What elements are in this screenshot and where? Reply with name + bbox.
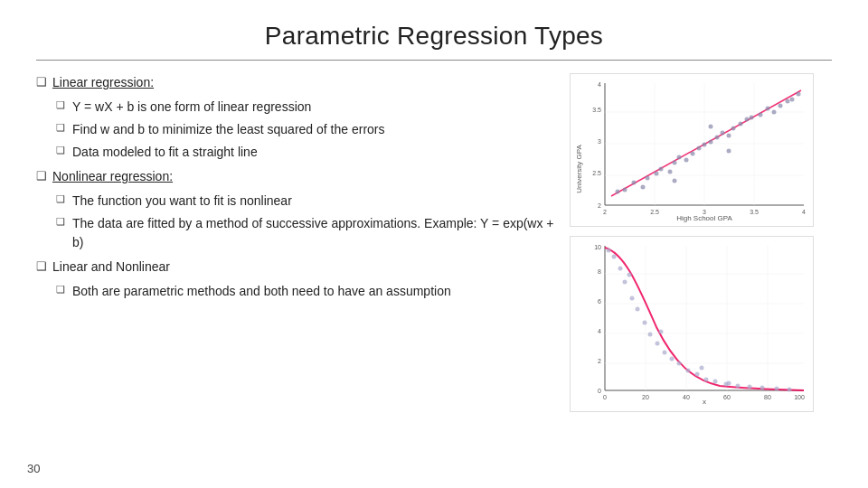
- svg-point-46: [778, 104, 783, 108]
- bullet-nonlinear-sub2: ❑ The data are fitted by a method of suc…: [56, 214, 555, 252]
- svg-point-86: [670, 357, 675, 361]
- svg-text:University GPA: University GPA: [575, 145, 583, 193]
- svg-point-26: [655, 172, 659, 176]
- svg-point-51: [709, 125, 713, 129]
- svg-point-79: [623, 280, 627, 285]
- svg-point-80: [630, 296, 635, 301]
- bullet-linear-regression: ❑ Linear regression:: [36, 73, 555, 92]
- svg-point-34: [703, 143, 707, 147]
- page-number: 30: [27, 462, 40, 475]
- bullet-linear-nonlinear-text: Linear and Nonlinear: [52, 258, 170, 277]
- svg-point-87: [677, 361, 682, 366]
- svg-point-88: [686, 369, 691, 373]
- svg-point-42: [750, 116, 754, 120]
- bullet-nonlinear-sub1: ❑ The function you want to fit is nonlin…: [56, 192, 555, 211]
- svg-point-90: [704, 378, 709, 382]
- bullet-icon-2: ❑: [36, 169, 52, 183]
- svg-point-30: [677, 155, 682, 160]
- svg-text:8: 8: [598, 268, 601, 275]
- svg-text:0: 0: [603, 394, 607, 400]
- svg-point-91: [713, 380, 718, 384]
- bullet-linear-sub2-text: Find w and b to minimize the least squar…: [72, 120, 385, 139]
- svg-point-83: [648, 333, 653, 337]
- svg-point-38: [727, 134, 731, 138]
- svg-text:10: 10: [594, 244, 601, 250]
- images-area: University GPA High School GPA 2 2.5 3 3…: [570, 73, 832, 412]
- svg-text:20: 20: [642, 394, 649, 400]
- svg-point-101: [727, 381, 731, 386]
- bullet-linear-regression-text: Linear regression:: [52, 73, 154, 92]
- svg-point-47: [786, 99, 790, 104]
- svg-point-99: [659, 330, 664, 334]
- svg-point-44: [766, 107, 770, 111]
- svg-point-27: [659, 167, 664, 172]
- bullet-linear-sub3-text: Data modeled to fit a straight line: [72, 143, 258, 162]
- svg-text:x: x: [703, 398, 706, 406]
- bullet-icon-1b: ❑: [56, 122, 72, 134]
- bullet-nonlinear-regression: ❑ Nonlinear regression:: [36, 167, 555, 186]
- svg-point-23: [632, 181, 637, 185]
- svg-point-49: [797, 92, 801, 97]
- bullet-linear-sub1: ❑ Y = wX + b is one form of linear regre…: [56, 98, 555, 117]
- svg-point-93: [736, 384, 741, 389]
- svg-point-96: [775, 387, 779, 391]
- svg-text:3: 3: [703, 209, 706, 215]
- svg-point-22: [623, 188, 627, 192]
- svg-point-77: [612, 255, 617, 259]
- svg-point-50: [673, 179, 677, 183]
- svg-point-76: [607, 249, 611, 253]
- svg-point-95: [760, 386, 765, 390]
- bullet-linear-sub3: ❑ Data modeled to fit a straight line: [56, 143, 555, 162]
- chart2-svg: x 0 2 4 6 8 10 0 20 40 60 80 100: [571, 237, 815, 413]
- svg-point-37: [721, 131, 725, 136]
- svg-point-28: [668, 170, 673, 174]
- svg-text:3.5: 3.5: [592, 107, 601, 113]
- svg-text:0: 0: [598, 388, 601, 394]
- bullet-linear-nonlinear-sub1-text: Both are parametric methods and both nee…: [72, 282, 451, 301]
- text-area: ❑ Linear regression: ❑ Y = wX + b is one…: [36, 73, 555, 412]
- svg-point-85: [663, 351, 667, 355]
- svg-point-97: [788, 388, 792, 392]
- bullet-icon-2b: ❑: [56, 216, 72, 228]
- bullet-linear-sub2: ❑ Find w and b to minimize the least squ…: [56, 120, 555, 139]
- bullet-linear-nonlinear-sub1: ❑ Both are parametric methods and both n…: [56, 282, 555, 301]
- svg-text:High School GPA: High School GPA: [676, 214, 732, 222]
- chart-nonlinear-regression: x 0 2 4 6 8 10 0 20 40 60 80 100: [570, 236, 814, 412]
- slide: Parametric Regression Types ❑ Linear reg…: [0, 0, 868, 488]
- svg-point-39: [731, 127, 736, 131]
- svg-text:3.5: 3.5: [750, 209, 759, 215]
- svg-point-29: [673, 161, 677, 165]
- svg-text:40: 40: [683, 394, 690, 400]
- svg-point-94: [748, 385, 752, 389]
- bullet-nonlinear-regression-text: Nonlinear regression:: [52, 167, 173, 186]
- svg-text:6: 6: [598, 298, 601, 305]
- bullet-nonlinear-sub1-text: The function you want to fit is nonlinea…: [72, 192, 292, 211]
- svg-text:100: 100: [794, 394, 805, 400]
- bullet-icon-1a: ❑: [56, 99, 72, 111]
- svg-point-36: [715, 136, 720, 140]
- svg-point-21: [616, 190, 620, 194]
- svg-point-32: [691, 152, 695, 156]
- svg-point-48: [790, 98, 795, 102]
- svg-point-31: [684, 158, 689, 163]
- bullet-linear-nonlinear: ❑ Linear and Nonlinear: [36, 258, 555, 277]
- title-divider: [36, 60, 832, 61]
- svg-point-33: [697, 146, 702, 151]
- svg-point-52: [727, 149, 731, 154]
- svg-text:80: 80: [764, 394, 771, 400]
- svg-text:4: 4: [598, 328, 601, 334]
- svg-point-78: [618, 267, 623, 271]
- svg-point-98: [627, 273, 632, 277]
- svg-text:2.5: 2.5: [592, 170, 601, 176]
- bullet-icon-1c: ❑: [56, 145, 72, 156]
- chart-linear-regression: University GPA High School GPA 2 2.5 3 3…: [570, 73, 814, 227]
- svg-point-45: [772, 110, 777, 115]
- svg-point-25: [646, 176, 650, 181]
- svg-point-24: [641, 185, 646, 190]
- svg-text:4: 4: [598, 81, 601, 88]
- svg-text:60: 60: [723, 394, 731, 400]
- content-area: ❑ Linear regression: ❑ Y = wX + b is one…: [36, 73, 832, 412]
- svg-text:2: 2: [598, 358, 601, 364]
- bullet-icon-1: ❑: [36, 75, 52, 89]
- bullet-icon-3: ❑: [36, 259, 52, 273]
